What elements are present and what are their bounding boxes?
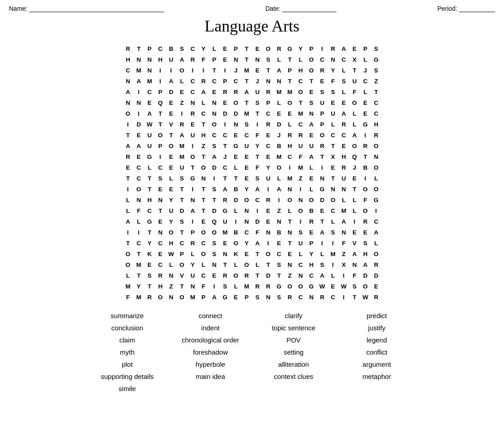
word-item: simile bbox=[86, 384, 169, 393]
grid-cell: I bbox=[187, 65, 198, 75]
grid-cell: R bbox=[317, 141, 328, 151]
grid-cell: G bbox=[274, 281, 285, 291]
grid-cell: P bbox=[317, 119, 328, 129]
grid-cell: T bbox=[209, 195, 220, 205]
grid-cell: I bbox=[328, 238, 339, 248]
grid-cell: S bbox=[252, 173, 263, 183]
grid-cell: N bbox=[166, 270, 177, 280]
grid-cell: D bbox=[231, 195, 241, 205]
grid-cell: D bbox=[177, 206, 187, 216]
grid-cell: G bbox=[317, 184, 328, 194]
grid-cell: M bbox=[328, 249, 339, 259]
grid-cell: C bbox=[155, 238, 166, 248]
name-label: Name: bbox=[9, 5, 27, 12]
grid-cell: S bbox=[209, 184, 220, 194]
grid-cell: C bbox=[317, 54, 328, 64]
grid-cell: F bbox=[328, 76, 339, 86]
grid-cell: A bbox=[317, 270, 328, 280]
grid-cell: E bbox=[263, 216, 274, 226]
grid-cell: C bbox=[134, 173, 144, 183]
grid-cell: M bbox=[134, 292, 144, 302]
grid-cell: J bbox=[220, 152, 231, 162]
grid-cell: C bbox=[241, 227, 252, 237]
grid-cell: N bbox=[328, 184, 339, 194]
grid-cell: M bbox=[241, 281, 252, 291]
grid-cell: S bbox=[209, 141, 220, 151]
grid-cell: L bbox=[306, 184, 317, 194]
grid-cell: U bbox=[339, 173, 349, 183]
date-line bbox=[282, 4, 336, 12]
grid-cell: B bbox=[231, 227, 241, 237]
word-item: supporting details bbox=[86, 372, 169, 381]
grid-cell: E bbox=[328, 162, 339, 172]
grid-cell: T bbox=[252, 108, 263, 118]
grid-cell: N bbox=[263, 76, 274, 86]
grid-cell: S bbox=[220, 281, 231, 291]
grid-cell: S bbox=[339, 76, 349, 86]
grid-cell: A bbox=[274, 65, 285, 75]
grid-cell: U bbox=[252, 87, 263, 97]
grid-cell: S bbox=[263, 54, 274, 64]
grid-cell: L bbox=[187, 249, 198, 259]
grid-cell: T bbox=[177, 195, 187, 205]
grid-cell: L bbox=[371, 238, 382, 248]
grid-cell: T bbox=[349, 65, 360, 75]
grid-cell: M bbox=[285, 173, 295, 183]
grid-cell: S bbox=[317, 87, 328, 97]
grid-cell: R bbox=[177, 119, 187, 129]
grid-cell: U bbox=[187, 130, 198, 140]
grid-cell: G bbox=[220, 292, 231, 302]
grid-cell: N bbox=[339, 227, 349, 237]
grid-cell: S bbox=[252, 292, 263, 302]
grid-cell: C bbox=[241, 130, 252, 140]
grid-cell: Y bbox=[198, 44, 209, 54]
grid-cell: H bbox=[198, 130, 209, 140]
word-item: metaphor bbox=[335, 372, 419, 381]
grid-cell: C bbox=[198, 108, 209, 118]
grid-cell: L bbox=[349, 108, 360, 118]
grid-cell: O bbox=[241, 260, 252, 270]
grid-cell: W bbox=[317, 281, 328, 291]
grid-cell: O bbox=[231, 98, 241, 108]
grid-cell: I bbox=[134, 108, 144, 118]
grid-cell: H bbox=[285, 141, 295, 151]
grid-cell: T bbox=[134, 249, 144, 259]
grid-cell: U bbox=[166, 206, 177, 216]
grid-cell: Y bbox=[263, 162, 274, 172]
grid-cell: E bbox=[274, 238, 285, 248]
grid-cell: L bbox=[209, 44, 220, 54]
grid-cell: M bbox=[241, 108, 252, 118]
grid-cell: R bbox=[371, 130, 382, 140]
grid-cell: A bbox=[134, 76, 144, 86]
grid-cell: P bbox=[306, 238, 317, 248]
grid-cell: S bbox=[144, 270, 155, 280]
grid-cell: N bbox=[241, 206, 252, 216]
grid-cell: M bbox=[295, 162, 306, 172]
grid-cell: I bbox=[123, 227, 134, 237]
grid-cell: B bbox=[274, 227, 285, 237]
word-item: chronological order bbox=[169, 335, 252, 345]
grid-cell: E bbox=[339, 141, 349, 151]
word-item bbox=[335, 384, 419, 393]
grid-cell: R bbox=[187, 238, 198, 248]
grid-cell: C bbox=[371, 216, 382, 226]
grid-cell: E bbox=[339, 98, 349, 108]
grid-cell: I bbox=[209, 281, 220, 291]
grid-cell: V bbox=[166, 119, 177, 129]
grid-cell: R bbox=[263, 281, 274, 291]
grid-cell: E bbox=[263, 130, 274, 140]
grid-cell: D bbox=[263, 270, 274, 280]
grid-cell: N bbox=[241, 216, 252, 226]
grid-cell: E bbox=[349, 227, 360, 237]
grid-cell: N bbox=[155, 227, 166, 237]
word-item: plot bbox=[86, 360, 169, 369]
grid-cell: N bbox=[144, 65, 155, 75]
grid-cell: T bbox=[252, 152, 263, 162]
grid-cell: E bbox=[155, 216, 166, 226]
word-item: foreshadow bbox=[169, 347, 252, 357]
grid-cell: O bbox=[187, 152, 198, 162]
grid-cell: O bbox=[231, 238, 241, 248]
grid-cell: R bbox=[371, 260, 382, 270]
grid-cell: Z bbox=[295, 173, 306, 183]
grid-cell: L bbox=[295, 54, 306, 64]
